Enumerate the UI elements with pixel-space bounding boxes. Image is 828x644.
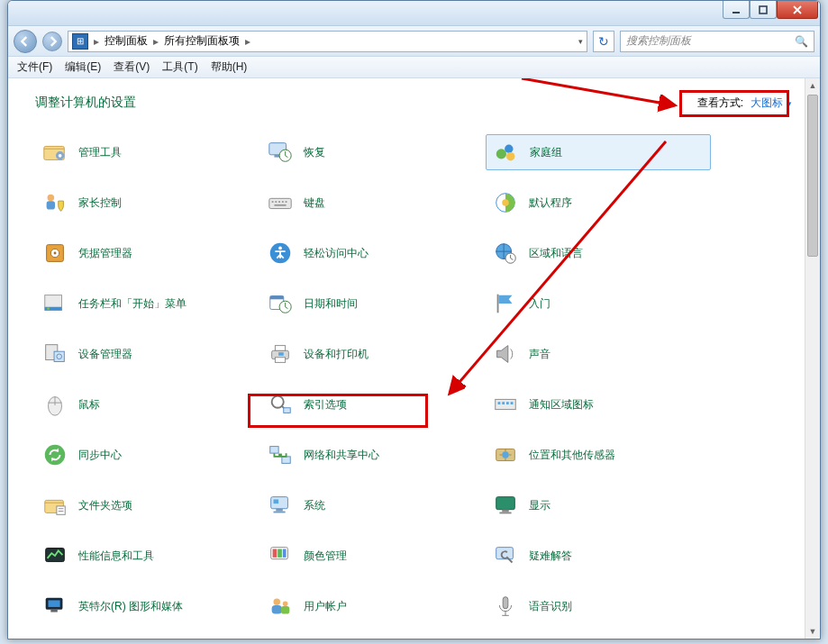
- svg-point-51: [45, 445, 66, 466]
- item-system[interactable]: 系统: [260, 487, 486, 523]
- menu-edit[interactable]: 编辑(E): [65, 59, 101, 75]
- view-by-dropdown[interactable]: 大图标▼: [751, 95, 793, 111]
- scroll-down-icon[interactable]: ▼: [805, 624, 820, 639]
- svg-point-44: [272, 396, 284, 408]
- refresh-button[interactable]: ↻: [593, 31, 614, 52]
- svg-rect-52: [270, 447, 278, 454]
- menu-file[interactable]: 文件(F): [17, 59, 52, 75]
- address-bar[interactable]: ⊞ ▸ 控制面板 ▸ 所有控制面板项 ▸ ▾: [68, 31, 587, 52]
- menu-view[interactable]: 查看(V): [114, 59, 150, 75]
- item-taskbar[interactable]: 任务栏和「开始」菜单: [35, 286, 260, 322]
- item-label: 显示: [529, 498, 550, 513]
- item-devices-printers[interactable]: 设备和打印机: [260, 336, 486, 372]
- svg-rect-49: [506, 402, 509, 404]
- item-indexing[interactable]: 索引选项: [260, 386, 486, 422]
- color-mgmt-icon: [266, 541, 295, 570]
- breadcrumb-root[interactable]: 控制面板: [105, 33, 148, 49]
- svg-rect-61: [274, 499, 279, 503]
- search-input[interactable]: 搜索控制面板 🔍: [620, 31, 814, 52]
- item-label: 任务栏和「开始」菜单: [78, 296, 187, 312]
- item-device-manager[interactable]: 设备管理器: [35, 336, 260, 372]
- item-label: 同步中心: [78, 448, 122, 463]
- item-location[interactable]: 位置和其他传感器: [486, 437, 711, 473]
- microphone-icon: [491, 592, 520, 621]
- svg-rect-47: [498, 402, 501, 404]
- scroll-thumb[interactable]: [807, 95, 818, 257]
- back-button[interactable]: [14, 30, 37, 53]
- item-intel-graphics[interactable]: 英特尔(R) 图形和媒体: [35, 588, 260, 624]
- forward-button[interactable]: [42, 32, 62, 51]
- item-folder-options[interactable]: 文件夹选项: [35, 487, 260, 523]
- item-credential[interactable]: 凭据管理器: [35, 235, 260, 271]
- item-label: 语音识别: [529, 599, 572, 614]
- scroll-up-icon[interactable]: ▲: [805, 78, 820, 93]
- mouse-icon: [41, 390, 69, 419]
- item-label: 区域和语言: [529, 246, 583, 261]
- network-icon: [266, 440, 295, 469]
- item-region[interactable]: 区域和语言: [486, 235, 711, 271]
- svg-rect-0: [732, 12, 740, 14]
- item-display[interactable]: 显示: [486, 487, 711, 523]
- svg-rect-60: [274, 512, 286, 513]
- item-color-mgmt[interactable]: 颜色管理: [260, 538, 486, 574]
- monitor-clock-icon: [266, 138, 295, 167]
- content-area: ▲ ▼ 调整计算机的设置 查看方式: 大图标▼ 管理工具 恢复 家庭组 家长控制…: [8, 78, 820, 639]
- item-default-programs[interactable]: 默认程序: [486, 185, 711, 221]
- item-datetime[interactable]: 日期和时间: [260, 286, 486, 322]
- globe-clock-icon: [491, 239, 520, 268]
- item-recovery[interactable]: 恢复: [260, 134, 486, 170]
- page-title: 调整计算机的设置: [35, 95, 136, 111]
- maximize-button[interactable]: [750, 1, 777, 19]
- svg-rect-40: [275, 346, 285, 351]
- tray-icons-icon: [491, 390, 520, 419]
- item-ease-access[interactable]: 轻松访问中心: [260, 235, 486, 271]
- item-mouse[interactable]: 鼠标: [35, 386, 260, 422]
- intel-graphics-icon: [41, 592, 69, 621]
- svg-point-31: [47, 307, 50, 310]
- menu-bar: 文件(F) 编辑(E) 查看(V) 工具(T) 帮助(H): [8, 57, 820, 78]
- svg-rect-33: [270, 296, 284, 300]
- item-homegroup[interactable]: 家庭组: [486, 134, 711, 170]
- item-sound[interactable]: 声音: [486, 336, 711, 372]
- svg-rect-73: [50, 610, 58, 612]
- breadcrumb-current[interactable]: 所有控制面板项: [164, 33, 240, 49]
- minimize-button[interactable]: [723, 1, 750, 19]
- control-panel-grid: 管理工具 恢复 家庭组 家长控制 键盘 默认程序 凭据管理器 轻松访问中心 区域…: [35, 134, 793, 639]
- item-label: 网络和共享中心: [304, 448, 379, 463]
- close-button[interactable]: [777, 1, 818, 19]
- item-troubleshoot[interactable]: 疑难解答: [486, 538, 711, 574]
- homegroup-icon: [492, 138, 521, 167]
- scrollbar[interactable]: ▲ ▼: [805, 78, 820, 639]
- folder-options-icon: [41, 491, 69, 520]
- address-dropdown-icon[interactable]: ▾: [578, 37, 583, 46]
- svg-rect-14: [272, 201, 274, 203]
- item-label: 用户帐户: [304, 599, 347, 614]
- item-notification-icons[interactable]: 通知区域图标: [486, 386, 711, 422]
- item-user-accounts[interactable]: 用户帐户: [260, 588, 486, 624]
- item-admin-tools[interactable]: 管理工具: [35, 134, 260, 170]
- svg-rect-63: [502, 510, 509, 512]
- item-network-sharing[interactable]: 网络和共享中心: [260, 437, 486, 473]
- item-label: 性能信息和工具: [78, 549, 154, 564]
- item-label: 家庭组: [530, 145, 562, 160]
- menu-tools[interactable]: 工具(T): [162, 59, 197, 75]
- svg-rect-13: [269, 198, 291, 208]
- item-getting-started[interactable]: 入门: [486, 286, 711, 322]
- item-label: 声音: [529, 347, 550, 362]
- menu-help[interactable]: 帮助(H): [211, 59, 248, 75]
- titlebar: [8, 1, 820, 26]
- item-sync-center[interactable]: 同步中心: [35, 437, 260, 473]
- item-label: 颜色管理: [304, 549, 347, 564]
- item-label: 管理工具: [78, 145, 122, 160]
- item-label: 轻松访问中心: [304, 246, 369, 261]
- item-speech[interactable]: 语音识别: [486, 588, 711, 624]
- item-performance[interactable]: 性能信息和工具: [35, 538, 260, 574]
- svg-point-24: [54, 252, 57, 255]
- item-parental[interactable]: 家长控制: [35, 185, 260, 221]
- svg-rect-41: [275, 358, 285, 363]
- item-label: 日期和时间: [304, 296, 358, 312]
- svg-point-9: [505, 145, 513, 153]
- svg-rect-57: [57, 506, 65, 514]
- item-keyboard[interactable]: 键盘: [260, 185, 486, 221]
- explorer-window: ⊞ ▸ 控制面板 ▸ 所有控制面板项 ▸ ▾ ↻ 搜索控制面板 🔍 文件(F) …: [7, 0, 821, 639]
